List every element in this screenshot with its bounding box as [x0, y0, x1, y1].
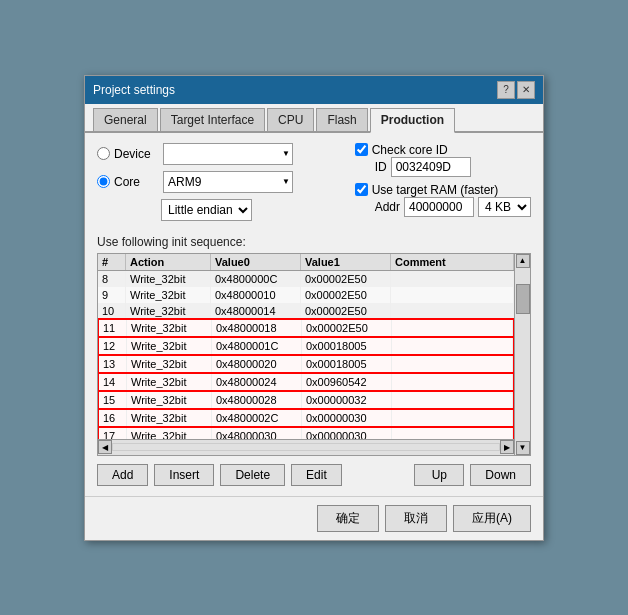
- table-row[interactable]: 11 Write_32bit 0x48000018 0x00002E50: [98, 319, 514, 337]
- close-button[interactable]: ✕: [517, 81, 535, 99]
- scroll-up-button[interactable]: ▲: [516, 254, 530, 268]
- table-row[interactable]: 12 Write_32bit 0x4800001C 0x00018005: [98, 337, 514, 355]
- check-core-id-checkbox[interactable]: [355, 143, 368, 156]
- cancel-button[interactable]: 取消: [385, 505, 447, 532]
- id-field[interactable]: [391, 157, 471, 177]
- core-radio-label: Core: [97, 175, 157, 189]
- add-button[interactable]: Add: [97, 464, 148, 486]
- table-row[interactable]: 16 Write_32bit 0x4800002C 0x00000030: [98, 409, 514, 427]
- table-row[interactable]: 13 Write_32bit 0x48000020 0x00018005: [98, 355, 514, 373]
- up-button[interactable]: Up: [414, 464, 464, 486]
- main-content: Device ▼ Core: [85, 133, 543, 496]
- cell-v1: 0x00960542: [302, 374, 392, 390]
- cell-action: Write_32bit: [127, 374, 212, 390]
- cell-v1: 0x00002E50: [302, 320, 392, 336]
- device-radio[interactable]: [97, 147, 110, 160]
- col-num: #: [98, 254, 126, 270]
- edit-button[interactable]: Edit: [291, 464, 342, 486]
- device-select-box[interactable]: ▼: [163, 143, 293, 165]
- table-container: # Action Value0 Value1 Comment 8 Write_3…: [97, 253, 515, 456]
- tab-production[interactable]: Production: [370, 108, 455, 133]
- core-select[interactable]: ARM9: [168, 175, 288, 189]
- help-button[interactable]: ?: [497, 81, 515, 99]
- hscroll-track[interactable]: [112, 443, 500, 451]
- cell-v0: 0x48000020: [212, 356, 302, 372]
- table-row[interactable]: 9 Write_32bit 0x48000010 0x00002E50: [98, 287, 514, 303]
- top-section: Device ▼ Core: [97, 143, 531, 227]
- size-select[interactable]: 4 KB: [478, 197, 531, 217]
- cell-num: 17: [99, 428, 127, 439]
- cell-v1: 0x00000030: [302, 410, 392, 426]
- core-radio[interactable]: [97, 175, 110, 188]
- core-select-arrow: ▼: [282, 177, 290, 186]
- table-row[interactable]: 10 Write_32bit 0x48000014 0x00002E50: [98, 303, 514, 319]
- cell-comment: [392, 320, 513, 336]
- cell-v0: 0x48000014: [211, 303, 301, 319]
- cell-num: 12: [99, 338, 127, 354]
- hscroll-right-button[interactable]: ▶: [500, 440, 514, 454]
- cell-action: Write_32bit: [127, 338, 212, 354]
- cell-action: Write_32bit: [127, 428, 212, 439]
- cell-v0: 0x48000030: [212, 428, 302, 439]
- col-comment: Comment: [391, 254, 514, 270]
- tab-target-interface[interactable]: Target Interface: [160, 108, 265, 131]
- cell-num: 15: [99, 392, 127, 408]
- scroll-thumb[interactable]: [516, 284, 530, 314]
- cell-action: Write_32bit: [127, 410, 212, 426]
- device-select[interactable]: [168, 147, 288, 161]
- bottom-buttons: Add Insert Delete Edit Up Down: [97, 464, 531, 486]
- cell-v1: 0x00018005: [302, 338, 392, 354]
- insert-button[interactable]: Insert: [154, 464, 214, 486]
- ok-button[interactable]: 确定: [317, 505, 379, 532]
- cell-v1: 0x00018005: [302, 356, 392, 372]
- cell-v1: 0x00002E50: [301, 287, 391, 303]
- table-row[interactable]: 15 Write_32bit 0x48000028 0x00000032: [98, 391, 514, 409]
- apply-button[interactable]: 应用(A): [453, 505, 531, 532]
- cell-action: Write_32bit: [126, 303, 211, 319]
- cell-action: Write_32bit: [127, 320, 212, 336]
- id-label: ID: [375, 160, 387, 174]
- cell-num: 8: [98, 271, 126, 287]
- check-core-id-row: Check core ID: [355, 143, 531, 157]
- endian-select[interactable]: Little endian: [161, 199, 252, 221]
- left-section: Device ▼ Core: [97, 143, 345, 227]
- tab-flash[interactable]: Flash: [316, 108, 367, 131]
- title-bar: Project settings ? ✕: [85, 76, 543, 104]
- cell-v0: 0x4800000C: [211, 271, 301, 287]
- device-label: Device: [114, 147, 151, 161]
- col-value1: Value1: [301, 254, 391, 270]
- core-select-box[interactable]: ARM9 ▼: [163, 171, 293, 193]
- device-radio-label: Device: [97, 147, 157, 161]
- table-row[interactable]: 17 Write_32bit 0x48000030 0x00000030: [98, 427, 514, 439]
- table-row[interactable]: 8 Write_32bit 0x4800000C 0x00002E50: [98, 271, 514, 287]
- scroll-down-button[interactable]: ▼: [516, 441, 530, 455]
- cell-comment: [392, 410, 513, 426]
- right-section: Check core ID ID Use target RAM (faster)…: [355, 143, 531, 227]
- cell-comment: [391, 271, 514, 287]
- cell-v0: 0x48000010: [211, 287, 301, 303]
- vertical-scrollbar[interactable]: ▲ ▼: [515, 253, 531, 456]
- cell-action: Write_32bit: [126, 287, 211, 303]
- dialog-footer: 确定 取消 应用(A): [85, 496, 543, 540]
- cell-v1: 0x00002E50: [301, 271, 391, 287]
- tab-general[interactable]: General: [93, 108, 158, 131]
- title-bar-buttons: ? ✕: [497, 81, 535, 99]
- core-row: Core ARM9 ▼: [97, 171, 345, 193]
- table-row[interactable]: 14 Write_32bit 0x48000024 0x00960542: [98, 373, 514, 391]
- delete-button[interactable]: Delete: [220, 464, 285, 486]
- cell-comment: [391, 303, 514, 319]
- check-core-id-label: Check core ID: [372, 143, 448, 157]
- device-row: Device ▼: [97, 143, 345, 165]
- cell-num: 14: [99, 374, 127, 390]
- cell-num: 16: [99, 410, 127, 426]
- horizontal-scrollbar[interactable]: ◀ ▶: [98, 439, 514, 455]
- addr-label: Addr: [375, 200, 400, 214]
- use-target-ram-row: Use target RAM (faster): [355, 183, 531, 197]
- cell-v1: 0x00000030: [302, 428, 392, 439]
- down-button[interactable]: Down: [470, 464, 531, 486]
- tab-cpu[interactable]: CPU: [267, 108, 314, 131]
- addr-field[interactable]: [404, 197, 474, 217]
- cell-v0: 0x48000018: [212, 320, 302, 336]
- use-target-ram-checkbox[interactable]: [355, 183, 368, 196]
- hscroll-left-button[interactable]: ◀: [98, 440, 112, 454]
